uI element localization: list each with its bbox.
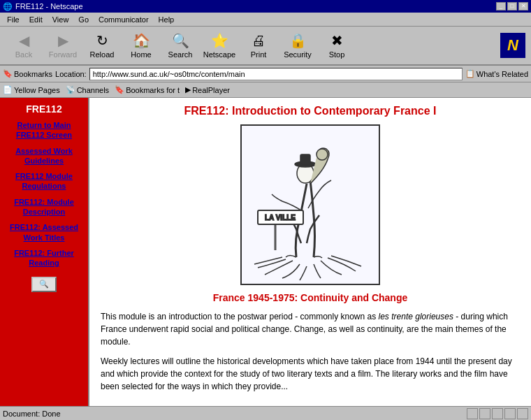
sidebar-search-button[interactable]: 🔍	[31, 277, 57, 292]
channels-icon: 📡	[66, 85, 75, 94]
back-label: Back	[15, 50, 32, 59]
netscape-icon: ⭐	[211, 32, 228, 49]
reload-button[interactable]: ↻ Reload	[84, 29, 120, 62]
netscape-logo: N	[500, 33, 525, 58]
paragraph-1-italic: les trente glorieuses	[379, 312, 453, 321]
stop-label: Stop	[329, 50, 345, 59]
paragraph-2: Weekly lectures will outline the histori…	[101, 355, 520, 393]
bookmarks-button[interactable]: 🔖 Bookmarks	[3, 69, 52, 78]
forward-label: Forward	[49, 50, 77, 59]
close-button[interactable]: ✕	[518, 2, 528, 10]
security-icon: 🔒	[289, 32, 307, 49]
illustration: LA VILLE	[101, 124, 520, 285]
back-button[interactable]: ◀ Back	[6, 29, 42, 62]
search-label: Search	[168, 50, 193, 59]
paragraph-1-pre: This module is an introduction to the po…	[101, 312, 379, 321]
sidebar-link-main[interactable]: Return to Main FRE112 Screen	[3, 120, 85, 140]
subtitle: France 1945-1975: Continuity and Change	[101, 292, 520, 303]
menu-view[interactable]: View	[48, 14, 73, 25]
security-button[interactable]: 🔒 Security	[279, 29, 316, 62]
netscape-button[interactable]: ⭐ Netscape	[201, 29, 238, 62]
maximize-button[interactable]: □	[507, 2, 517, 10]
realplayer-icon: ▶	[185, 85, 191, 94]
location-label: Location:	[55, 70, 87, 78]
search-button[interactable]: 🔍 Search	[162, 29, 198, 62]
illustration-svg: LA VILLE	[244, 128, 377, 282]
home-label: Home	[131, 50, 151, 59]
sidebar-link-description[interactable]: FRE112: Module Description	[3, 197, 85, 217]
status-icons	[467, 408, 528, 419]
menu-edit[interactable]: Edit	[25, 14, 47, 25]
status-icon-2	[479, 408, 490, 419]
realplayer-label: RealPlayer	[192, 86, 230, 94]
search-icon: 🔍	[172, 32, 189, 49]
personal-toolbar: 📄 Yellow Pages 📡 Channels 🔖 Bookmarks fo…	[0, 82, 531, 98]
stop-button[interactable]: ✖ Stop	[319, 29, 355, 62]
svg-text:LA VILLE: LA VILLE	[265, 214, 296, 222]
sidebar: FRE112 Return to Main FRE112 Screen Asse…	[0, 98, 89, 406]
whats-related-button[interactable]: 📋 What's Related	[465, 69, 528, 78]
whats-related-icon: 📋	[465, 69, 475, 78]
status-icon-4	[504, 408, 516, 419]
bookmarks-label: Bookmarks	[14, 70, 52, 78]
status-text: Document: Done	[3, 410, 464, 418]
yellow-pages-label: Yellow Pages	[14, 86, 60, 94]
netscape-label: Netscape	[203, 50, 235, 59]
sidebar-link-further-reading[interactable]: FRE112: Further Reading	[3, 248, 85, 268]
print-button[interactable]: 🖨 Print	[240, 29, 277, 62]
menu-bar: File Edit View Go Communicator Help	[0, 13, 531, 27]
channels-label: Channels	[77, 86, 109, 94]
status-icon-5	[517, 408, 528, 419]
content-area[interactable]: FRE112: Introduction to Contemporary Fra…	[89, 98, 531, 406]
bookmarks-for-t-label: Bookmarks for t	[126, 86, 180, 94]
bookmark-icon: 🔖	[3, 69, 13, 78]
status-icon-1	[467, 408, 478, 419]
yellow-pages-item[interactable]: 📄 Yellow Pages	[3, 85, 60, 94]
sidebar-title: FRE112	[26, 103, 61, 115]
bookmarks-for-t-icon: 🔖	[115, 85, 124, 94]
whats-related-label: What's Related	[477, 70, 528, 78]
reload-label: Reload	[90, 50, 115, 59]
sidebar-link-regulations[interactable]: FRE112 Module Regulations	[3, 171, 85, 191]
paragraph-1: This module is an introduction to the po…	[101, 310, 520, 348]
menu-file[interactable]: File	[3, 14, 24, 25]
menu-help[interactable]: Help	[154, 14, 179, 25]
print-icon: 🖨	[252, 33, 266, 49]
reload-icon: ↻	[96, 32, 108, 49]
forward-button[interactable]: ▶ Forward	[45, 29, 81, 62]
stop-icon: ✖	[331, 32, 343, 49]
home-button[interactable]: 🏠 Home	[123, 29, 159, 62]
status-icon-3	[492, 408, 503, 419]
yellow-pages-icon: 📄	[3, 85, 13, 94]
minimize-button[interactable]: _	[496, 2, 506, 10]
home-icon: 🏠	[133, 32, 150, 49]
toolbar: ◀ Back ▶ Forward ↻ Reload 🏠 Home 🔍 Searc…	[0, 27, 531, 66]
realplayer-item[interactable]: ▶ RealPlayer	[185, 85, 230, 94]
bookmarks-for-t-item[interactable]: 🔖 Bookmarks for t	[115, 85, 180, 94]
illustration-box: LA VILLE	[240, 124, 380, 285]
page-title: FRE112: Introduction to Contemporary Fra…	[101, 105, 520, 117]
sidebar-search-icon: 🔍	[39, 280, 49, 289]
channels-item[interactable]: 📡 Channels	[66, 85, 109, 94]
url-input[interactable]	[89, 68, 463, 80]
location-bar: 🔖 Bookmarks Location: 📋 What's Related	[0, 66, 531, 82]
menu-communicator[interactable]: Communicator	[94, 14, 153, 25]
svg-point-3	[317, 149, 328, 160]
browser-area: FRE112 Return to Main FRE112 Screen Asse…	[0, 98, 531, 406]
security-label: Security	[284, 50, 312, 59]
back-icon: ◀	[19, 32, 29, 49]
menu-go[interactable]: Go	[74, 14, 93, 25]
title-icon: 🌐	[3, 2, 13, 11]
window-title: FRE112 - Netscape	[15, 2, 83, 10]
status-bar: Document: Done	[0, 406, 531, 420]
svg-rect-2	[300, 154, 310, 164]
forward-icon: ▶	[58, 32, 68, 49]
print-label: Print	[251, 50, 267, 59]
sidebar-link-work-titles[interactable]: FRE112: Assessed Work Titles	[3, 222, 85, 242]
sidebar-link-assessed[interactable]: Assessed Work Guidelines	[3, 146, 85, 166]
title-bar: 🌐 FRE112 - Netscape _ □ ✕	[0, 0, 531, 13]
